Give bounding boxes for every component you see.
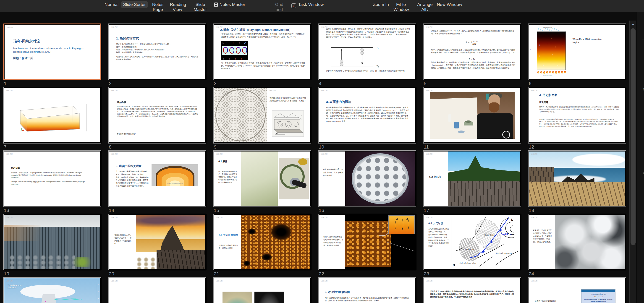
slide-thumbnail-8[interactable]: 进展汇报 熵的角度 回到瑞利-贝纳尔系，这一体系由于温度梯度，热量从高到低流出去…	[108, 87, 206, 144]
scroll-up-arrow[interactable]: ▲	[630, 22, 636, 25]
view-slide-master-button[interactable]: Slide Master	[190, 1, 210, 13]
view-notes-page-button[interactable]: Notes Page	[148, 1, 168, 13]
title: 1. 热的传输方式	[116, 36, 139, 40]
slide-header: 进展汇报	[111, 26, 118, 28]
slide-canvas: 进展汇报 任何时刻太阳表面都覆盖着约400万个米粒组织，每个米粒的大小约1500…	[319, 215, 415, 269]
slide-thumbnail-4[interactable]: 进展汇报 由实验所表现的对流现象，显示的是一种突变，而不是渐变。给出的结果是加热…	[318, 24, 416, 80]
up-arrow: ↑	[235, 58, 236, 60]
task-window-toggle[interactable]: ✓Task Window	[289, 1, 326, 9]
slide-thumbnail-2[interactable]: 进展汇报 1. 热的传输方式 早在中学的物理学教科书中，我们就知道热的传输有三种…	[108, 24, 206, 80]
slide-cell-14: 进展汇报 5. 现实中的相关现象 这一现象在日常生活中也经常可以看到。诸如，沸腾…	[108, 150, 206, 214]
journal-abstract-card: New Journal of Physics Video Abstract Op…	[581, 289, 616, 303]
slide-thumbnail-23[interactable]: 进展汇报 6.4 大气对流 大气对流层也是同理，对流会形成一个个云胞，又分“Op…	[423, 214, 521, 270]
slide-thumbnail-15[interactable]: 进展汇报 6.1 液体： 有人用平底锅把椰子油加热，竟也神奇地出现了这样的形状。…	[213, 150, 311, 207]
mantle-convection-image	[152, 164, 198, 186]
slide-cell-1: 进展汇报 瑞利-贝纳尔对流 Mechanisms of extensive sp…	[3, 24, 101, 87]
jar-photo	[279, 158, 309, 200]
slide-number: 5	[424, 81, 521, 86]
arrange-all-button[interactable]: Arrange All▾	[415, 1, 434, 13]
body-text: Rayleigh–Bénard convection有时也称为“Bénard–R…	[11, 181, 90, 186]
task-window-checkbox[interactable]: ✓	[292, 4, 296, 8]
diagram-title: Thunderstorm structure	[8, 284, 24, 289]
slide-number: 13	[4, 208, 101, 213]
slide-thumbnail-17[interactable]: 进展汇报 6.2 火山岩	[423, 150, 521, 207]
slide-header: 进展汇报	[111, 153, 118, 155]
slide-thumbnail-29[interactable]: 进展汇报 普里戈金于 1969 年概括这类非平衡突变中出现的自组织的有序结构为耗…	[423, 277, 521, 303]
slide-header: 进展汇报	[321, 90, 328, 92]
basalt-stones	[529, 182, 625, 206]
view-notes-master-button[interactable]: Notes Master	[212, 1, 248, 8]
slide-cell-22: 进展汇报 任何时刻太阳表面都覆盖着约400万个米粒组织，每个米粒的大小约1500…	[318, 214, 416, 277]
slide-thumbnail-14[interactable]: 进展汇报 5. 现实中的相关现象 这一现象在日常生活中也经常可以看到。诸如，沸腾…	[108, 150, 206, 207]
heating-flames	[538, 71, 566, 74]
slide-thumbnail-20[interactable]: 进展汇报 在北爱尔兰的巨人岬，在古代火山作用下，玄武岩形成了六边形的石柱	[108, 214, 206, 270]
body-text: 但是它在运动过程中，又受到流体的黏滞力阻碍它向上运动。即：问题取决于浮力与黏滞力…	[326, 70, 410, 72]
slide-cell-26: 进展汇报 26	[108, 277, 206, 303]
sunset-causeway-photo	[136, 215, 205, 269]
journal-header-bar	[582, 290, 615, 292]
slide-cell-18: 进展汇报 18	[528, 150, 626, 214]
slide-number: 16	[319, 208, 416, 213]
flow-arrow: ↓	[539, 43, 540, 46]
slide-header: 进展汇报	[426, 26, 433, 28]
flow-arrow: ←	[557, 64, 560, 67]
hot-plate	[464, 122, 473, 126]
slide-thumbnail-6[interactable]: cooling element ΔT ↑ ↑ ↑ ↓ ↓ ↓ ↓ ↑ ↑ → ←	[528, 24, 626, 80]
slide-thumbnail-30[interactable]: 进展汇报 如果这个系统被旋转起来了呢? New Journal of Physi…	[528, 277, 626, 303]
slide-thumbnail-11[interactable]: 进展汇报	[423, 87, 521, 144]
slide-cell-20: 进展汇报 在北爱尔兰的巨人岬，在古代火山作用下，玄武岩形成了六边形的石柱 20	[108, 214, 206, 277]
granule-photo	[345, 221, 391, 267]
slide-thumbnail-7[interactable]: 进展汇报	[3, 87, 101, 144]
slide-thumbnail-12[interactable]: 进展汇报 4. 历史和命名 历史问题 1870 年，开尔文勋爵的哥哥、爱尔兰-苏…	[528, 87, 626, 144]
blue-pack	[454, 122, 459, 128]
marangoni-schematic-image	[272, 110, 304, 137]
slide-thumbnail-25[interactable]: 进展汇报 Thunderstorm structure storm motion…	[3, 277, 101, 303]
cooling-element-label: cooling element	[543, 26, 552, 28]
journal-name: New Journal of Physics	[582, 293, 615, 295]
slide-thumbnail-3[interactable]: 进展汇报 2. 瑞利-贝纳尔对流（Rayleigh–Bénard convect…	[213, 24, 311, 80]
convection-roll	[229, 47, 234, 54]
slide-number: 1	[4, 81, 101, 86]
image-caption: MODERN MANTLE CONVECTION	[152, 184, 198, 184]
slide-thumbnail-13[interactable]: 进展汇报 命名问题 尽管如此，在现代用法中，“Rayleigh-Bénard c…	[3, 150, 101, 207]
slide-canvas: 进展汇报 由实验所表现的对流现象，显示的是一种突变，而不是渐变。给出的结果是加热…	[319, 25, 415, 79]
basalt-columns	[156, 250, 205, 269]
slide-cell-7: 进展汇报 7	[3, 87, 101, 150]
section-heading: 命名问题	[11, 166, 20, 170]
slide-thumbnail-19[interactable]: 进展汇报	[3, 214, 101, 270]
slide-thumbnail-16[interactable]: 进展汇报 有人用平底锅煮鸡蛋，水面上竟出现了六角形蜂巢形状的结构	[318, 150, 416, 207]
down-arrow: ↙	[244, 42, 246, 44]
body-text: 1870 年，开尔文勋爵的哥哥、爱尔兰-苏格兰物理学家兼工程师詹姆斯·汤姆森（J…	[539, 106, 620, 113]
slide-thumbnail-26[interactable]: 进展汇报	[108, 277, 206, 303]
slide-thumbnail-9[interactable]: 进展汇报 在自由液面上则可以观察到反映了表面张力梯度效应的非常规则的六角形对流胞…	[213, 87, 311, 144]
warm-light	[4, 225, 41, 241]
slide-canvas: 进展汇报 3. 表面张力的影响 在自由液体表面与空气接触的情况下，浮力和表面张力…	[319, 88, 415, 142]
section-heading: 历史问题	[539, 101, 548, 104]
fluid-layer	[222, 46, 248, 55]
flow-arrow: ↓	[539, 54, 540, 58]
svg-text:L: L	[511, 218, 513, 221]
basalt-columns	[448, 181, 520, 206]
slide-thumbnail-24[interactable]: 进展汇报 夏季多见、造成雷暴天气的积雨云就是局地对流旺盛发展的结果，气象预报常听…	[528, 214, 626, 270]
buoyancy-diagram: T₁ T₂	[328, 45, 386, 69]
slide-thumbnail-21[interactable]: 进展汇报 6.3 太阳米粒结构 太阳的米粒结构也被认为是一种贝纳尔涡流	[213, 214, 311, 270]
view-slide-sorter-button[interactable]: Slide Sorter	[121, 1, 148, 8]
view-reading-view-button[interactable]: Reading View	[168, 1, 187, 13]
slide-thumbnail-1[interactable]: 进展汇报 瑞利-贝纳尔对流 Mechanisms of extensive sp…	[3, 24, 101, 80]
zoom-in-button[interactable]: Zoom In	[370, 1, 391, 8]
simulation-box-image	[11, 97, 93, 134]
new-window-button[interactable]: New Window	[434, 1, 464, 8]
slide-thumbnail-28[interactable]: 进展汇报 6. 对流中的耗散结构 为什么形成规则的对流图案呢？有一点很明确，相对…	[318, 277, 416, 303]
scrollbar-thumb[interactable]	[630, 28, 636, 245]
slide-thumbnail-5[interactable]: 进展汇报 浮力显然与温度差 ΔT = T₂ − T₁ 有关，且与二极间的距离d有…	[423, 24, 521, 80]
slide-thumbnail-22[interactable]: 进展汇报 任何时刻太阳表面都覆盖着约400万个米粒组织，每个米粒的大小约1500…	[318, 214, 416, 270]
fit-to-window-button[interactable]: Fit to Window	[391, 1, 411, 13]
slide-thumbnail-18[interactable]: 进展汇报	[528, 150, 626, 207]
slide-thumbnail-27[interactable]: 进展汇报	[213, 277, 311, 303]
view-normal-button[interactable]: Normal	[102, 1, 121, 8]
vertical-scrollbar[interactable]: ▲	[630, 20, 636, 303]
slide-thumbnail-10[interactable]: 进展汇报 3. 表面张力的影响 在自由液体表面与空气接触的情况下，浮力和表面张力…	[318, 87, 416, 144]
granule-diagram-inset	[388, 216, 415, 234]
altitude-scale	[97, 284, 97, 303]
slide-number: 4	[319, 81, 416, 86]
